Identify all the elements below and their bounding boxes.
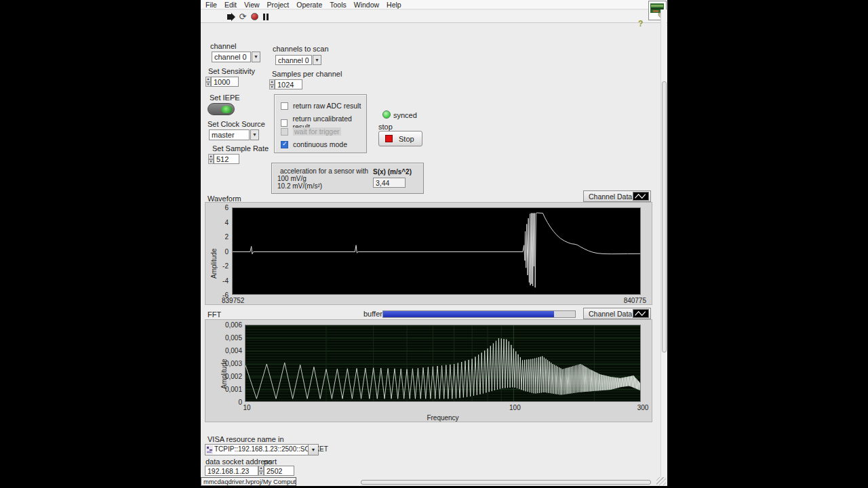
visa-io-icon xyxy=(206,445,213,454)
stop-button-label: Stop xyxy=(399,135,414,143)
stop-button[interactable]: Stop xyxy=(378,131,422,146)
visa-dropdown-button[interactable]: ▼ xyxy=(308,445,318,455)
fft-ytick: 0,003 xyxy=(219,360,242,367)
fft-legend-label: Channel Data xyxy=(589,310,632,318)
sx-label: S(x) (m/s^2) xyxy=(373,168,412,176)
vertical-scrollbar[interactable] xyxy=(660,9,667,477)
raw-adc-checkbox-label: return raw ADC result xyxy=(293,102,361,110)
sensor-info-line1: acceleration for a sensor with xyxy=(280,167,368,175)
samples-spinner[interactable]: ▲▼ xyxy=(269,79,275,89)
samples-per-channel-label: Samples per channel xyxy=(272,70,342,78)
fft-legend-plot-icon xyxy=(633,309,649,318)
clock-source-ring-button[interactable]: ▼ xyxy=(250,129,259,140)
buffer-label: buffer xyxy=(363,310,382,318)
channels-to-scan-ring-button[interactable]: ▼ xyxy=(313,55,321,65)
resize-grip[interactable] xyxy=(656,477,666,485)
labview-front-panel-window: File Edit View Project Operate Tools Win… xyxy=(201,0,667,486)
status-bar[interactable]: mmcdaqdriver.lvproj/My Computer xyxy=(201,477,296,486)
waveform-legend-label: Channel Data xyxy=(589,192,632,201)
port-spinner[interactable]: ▲▼ xyxy=(258,466,264,476)
checkbox-row-continuous[interactable]: continuous mode xyxy=(281,140,347,148)
visa-resource-label: VISA resource name in xyxy=(208,435,284,443)
context-help-icon[interactable]: ? xyxy=(638,19,643,28)
screenshot-stage: File Edit View Project Operate Tools Win… xyxy=(0,0,868,488)
horizontal-scrollbar[interactable] xyxy=(296,478,656,486)
channels-to-scan-label: channels to scan xyxy=(273,45,329,53)
sensitivity-spinner[interactable]: ▲▼ xyxy=(205,77,211,87)
waveform-xtick-min: 839752 xyxy=(222,297,244,304)
fft-ytick: 0,004 xyxy=(219,347,242,354)
menu-file[interactable]: File xyxy=(205,1,217,9)
pause-icon xyxy=(263,14,269,20)
sensitivity-field[interactable]: 1000 xyxy=(211,77,239,87)
fft-title: FFT xyxy=(208,310,221,319)
run-button[interactable] xyxy=(226,12,236,21)
menu-help[interactable]: Help xyxy=(387,1,401,9)
waveform-ytick: 0 xyxy=(211,248,229,256)
continuous-mode-checkbox-label: continuous mode xyxy=(293,140,347,148)
fft-xtick: 300 xyxy=(634,404,652,411)
menu-edit[interactable]: Edit xyxy=(224,1,237,9)
menu-tools[interactable]: Tools xyxy=(330,1,347,9)
acquisition-options-group: return raw ADC result return uncalibrate… xyxy=(274,94,367,153)
set-iepe-label: Set IEPE xyxy=(210,94,240,102)
fft-xlabel: Frequency xyxy=(245,414,641,422)
clock-source-ring[interactable]: master xyxy=(209,129,250,140)
fft-ytick: 0,001 xyxy=(219,386,242,393)
port-field[interactable]: 2502 xyxy=(264,466,294,476)
stop-label: stop xyxy=(378,123,393,131)
waveform-ytick: 2 xyxy=(211,233,229,241)
run-arrow-icon xyxy=(226,13,236,21)
fft-graph: Amplitude 0,0060,0050,0040,0030,0020,001… xyxy=(205,319,652,422)
channels-to-scan-ring[interactable]: channel 0 xyxy=(275,55,312,65)
menu-project[interactable]: Project xyxy=(267,1,290,9)
iepe-toggle-switch[interactable] xyxy=(208,103,235,115)
waveform-ytick: -2 xyxy=(211,262,229,270)
channel-ring[interactable]: channel 0 xyxy=(212,52,251,62)
sample-rate-spinner[interactable]: ▲▼ xyxy=(208,154,214,164)
sensor-info-line3: 10.2 mV/(m/s²) xyxy=(277,182,322,190)
sensor-info-line2: 100 mV/g xyxy=(277,175,307,182)
run-continuously-button[interactable]: ⟳ xyxy=(238,12,248,21)
run-continuously-icon: ⟳ xyxy=(239,12,247,22)
pause-button[interactable] xyxy=(261,12,271,21)
waveform-ytick: -4 xyxy=(211,277,229,285)
waveform-ytick: 6 xyxy=(211,204,229,211)
uncalibrated-checkbox[interactable] xyxy=(281,119,288,127)
data-socket-address-field[interactable]: 192.168.1.23 xyxy=(205,466,258,476)
abort-button[interactable] xyxy=(250,12,259,21)
waveform-legend-plot-icon xyxy=(633,192,649,201)
set-clock-source-label: Set Clock Source xyxy=(208,120,265,128)
checkbox-row-raw-adc[interactable]: return raw ADC result xyxy=(281,102,361,110)
fft-ytick: 0,005 xyxy=(219,334,242,342)
fft-xtick: 100 xyxy=(506,404,524,411)
menu-window[interactable]: Window xyxy=(354,1,379,9)
sample-rate-field[interactable]: 512 xyxy=(214,154,239,164)
toolbar: ⟳ ? xyxy=(201,10,667,23)
vertical-scrollbar-thumb[interactable] xyxy=(662,81,667,352)
channel-ring-button[interactable]: ▼ xyxy=(252,52,260,62)
sx-value-indicator: 3,44 xyxy=(373,178,406,188)
fft-ytick: 0,002 xyxy=(219,373,242,380)
menu-view[interactable]: View xyxy=(244,1,260,9)
raw-adc-checkbox[interactable] xyxy=(281,102,288,110)
waveform-plot[interactable] xyxy=(232,207,641,295)
fft-plot[interactable] xyxy=(245,325,641,402)
waveform-graph: Amplitude 6420-2-4-6 839752 840775 xyxy=(205,202,652,305)
samples-field[interactable]: 1024 xyxy=(275,79,302,89)
waveform-xtick-max: 840775 xyxy=(607,297,646,304)
wait-trigger-checkbox xyxy=(281,128,288,136)
continuous-mode-checkbox[interactable] xyxy=(281,141,288,148)
synced-led-label: synced xyxy=(393,111,417,119)
buffer-progress-bar xyxy=(382,310,576,318)
waveform-legend-button[interactable]: Channel Data xyxy=(583,190,651,202)
synced-led xyxy=(382,110,391,119)
menu-operate[interactable]: Operate xyxy=(296,1,322,9)
set-sensitivity-label: Set Sensitivity xyxy=(208,67,255,75)
checkbox-row-wait-trigger: wait for trigger xyxy=(281,127,341,136)
data-socket-address-label: data socket address xyxy=(205,458,272,466)
sensor-info-box: acceleration for a sensor with 100 mV/g … xyxy=(271,163,424,194)
fft-legend-button[interactable]: Channel Data xyxy=(583,308,651,319)
horizontal-scrollbar-thumb[interactable] xyxy=(361,480,651,485)
visa-resource-combo[interactable]: TCPIP::192.168.1.23::2500::SOCKET ▼ xyxy=(205,444,319,455)
